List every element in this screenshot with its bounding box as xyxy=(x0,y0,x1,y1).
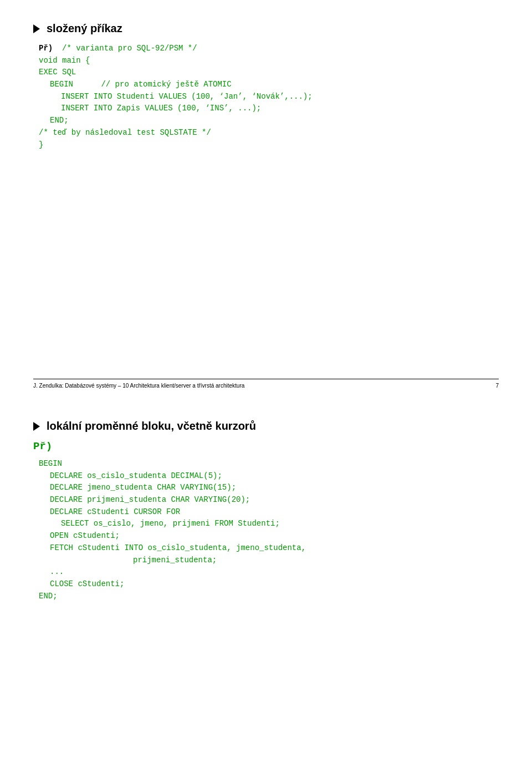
footer1-left: J. Zendulka: Databázové systémy – 10 Arc… xyxy=(33,383,244,389)
code-line-comment2: /* teď by následoval test SQLSTATE */ xyxy=(39,127,499,139)
code2-fetch: FETCH cStudenti INTO os_cislo_studenta, … xyxy=(50,542,499,554)
code2-open: OPEN cStudenti; xyxy=(50,530,499,542)
code2-fetch-cont: prijmeni_studenta; xyxy=(133,554,499,567)
code2-end: END; xyxy=(39,591,499,603)
code-line-void: void main { xyxy=(39,55,499,67)
code2-close: CLOSE cStudenti; xyxy=(50,578,499,591)
code-line-exec: EXEC SQL xyxy=(39,67,499,79)
slide2-sublabel: Př) xyxy=(33,440,499,452)
code-line-comment1: Př) /* varianta pro SQL-92/PSM */ xyxy=(39,43,499,55)
slide2-heading: lokální proměnné bloku, včetně kurzorů xyxy=(33,420,499,433)
arrow-icon-2 xyxy=(33,422,40,431)
code2-declare4: DECLARE cStudenti CURSOR FOR xyxy=(50,506,499,518)
slide2-title: lokální proměnné bloku, včetně kurzorů xyxy=(47,420,256,433)
sub-label-1: Př) xyxy=(39,44,53,53)
code-line-insert2: INSERT INTO Zapis VALUES (100, ‘INS’, ..… xyxy=(61,103,499,115)
code2-begin: BEGIN xyxy=(39,458,499,470)
slide-2: lokální proměnné bloku, včetně kurzorů P… xyxy=(0,392,532,758)
slide1-title: složený příkaz xyxy=(47,22,122,35)
arrow-icon xyxy=(33,24,40,33)
code-line-end: END; xyxy=(50,115,499,127)
slide-1: složený příkaz Př) /* varianta pro SQL-9… xyxy=(0,0,532,379)
code2-select: SELECT os_cislo, jmeno, prijmeni FROM St… xyxy=(61,518,499,530)
code2-declare3: DECLARE prijmeni_studenta CHAR VARYING(2… xyxy=(50,494,499,506)
slide1-heading: složený příkaz xyxy=(33,22,499,35)
slide2-code: BEGIN DECLARE os_cislo_studenta DECIMAL(… xyxy=(39,458,499,602)
code2-dots: ... xyxy=(50,566,499,578)
code-line-begin: BEGIN // pro atomický ještě ATOMIC xyxy=(50,79,499,91)
comment-text: /* varianta pro SQL-92/PSM */ xyxy=(62,44,197,53)
code-line-insert1: INSERT INTO Studenti VALUES (100, ‘Jan’,… xyxy=(61,91,499,103)
code2-declare2: DECLARE jmeno_studenta CHAR VARYING(15); xyxy=(50,482,499,494)
slide1-code: Př) /* varianta pro SQL-92/PSM */ void m… xyxy=(39,43,499,151)
code-line-brace: } xyxy=(39,139,499,151)
footer-1: J. Zendulka: Databázové systémy – 10 Arc… xyxy=(0,379,532,392)
footer1-right: 7 xyxy=(495,383,499,389)
code2-declare1: DECLARE os_cislo_studenta DECIMAL(5); xyxy=(50,470,499,482)
page: složený příkaz Př) /* varianta pro SQL-9… xyxy=(0,0,532,758)
